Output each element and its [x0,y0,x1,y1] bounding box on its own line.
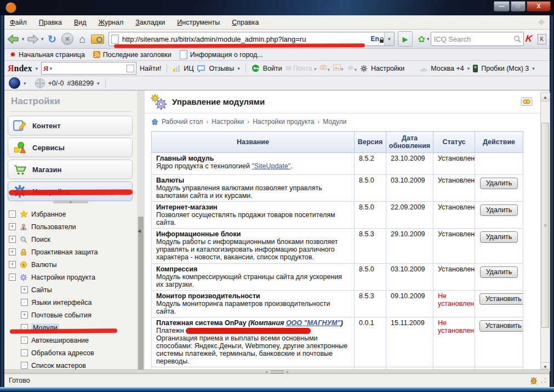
tree-item-label[interactable]: Языки интерфейса [31,299,92,306]
yandex-logo[interactable]: Яndex [8,64,32,73]
expand-toggle-icon[interactable]: · [21,337,28,344]
menu-item-4[interactable]: Закладки [135,19,165,26]
scroll-thumb[interactable]: ≡ [541,123,549,328]
counter-dropdown[interactable]: ▾ [97,81,100,86]
scroll-up-button[interactable]: ▲ [541,93,550,101]
breadcrumb-desktop[interactable]: Рабочий стол [162,118,203,126]
home-button[interactable]: ⌂ [76,32,89,46]
city-dropdown[interactable]: ▾ [467,66,470,71]
siteupdate-link[interactable]: "SiteUpdate" [252,162,290,170]
tree-item-label[interactable]: Избранное [31,211,66,218]
bookmark-start-page[interactable]: ✸ Начальная страница [10,50,85,59]
icq-flower-icon[interactable]: ✿ [418,34,425,44]
expand-toggle-icon[interactable]: · [9,211,16,218]
tree-item-label[interactable]: Почтовые события [31,311,92,319]
go-button[interactable]: ▶ [398,31,413,47]
tree-item-label[interactable]: Список мастеров [31,362,86,370]
citation-index-icon[interactable] [173,65,180,72]
yandex-settings-label[interactable]: Настройки [371,65,404,72]
breadcrumb-settings[interactable]: Настройки [212,118,244,126]
expand-toggle-icon[interactable]: · [21,362,28,369]
link-icon[interactable] [521,97,533,106]
expand-toggle-icon[interactable]: + [9,223,16,230]
tree-item-8[interactable]: +Почтовые события [4,309,129,321]
install-button[interactable]: Установить [479,293,523,305]
menu-item-5[interactable]: Инструменты [177,19,220,26]
bookmark-city-info[interactable]: Информация о город... [180,50,263,59]
traffic-dropdown[interactable]: ▾ [532,66,535,71]
tree-item-label[interactable]: Валюты [31,261,56,269]
expand-toggle-icon[interactable]: · [21,349,28,356]
url-text[interactable]: http://sitename.ru/bitrix/admin/module_a… [119,35,370,43]
back-button[interactable] [7,32,20,46]
delete-button[interactable]: Удалить [480,178,518,189]
tree-item-0[interactable]: ·Избранное [4,208,129,220]
tree-item-2[interactable]: +Поиск [4,233,129,246]
traffic-label[interactable]: Пробки (Мск) 3 [481,65,529,72]
bookmark-latest-headlines[interactable]: Последние заголовки [93,51,172,59]
close-button[interactable]: X [527,1,551,12]
expand-toggle-icon[interactable]: + [9,236,16,243]
reload-button[interactable]: ↻ [45,32,59,46]
tree-item-10[interactable]: ·Автокеширование [4,334,129,346]
service-icon[interactable] [9,77,20,89]
forward-dropdown[interactable]: ▾ [41,36,44,42]
yandex-find-button[interactable]: Найти! [140,65,161,72]
breadcrumb-product-settings[interactable]: Настройки продукта [253,118,314,126]
sidebar-splitter[interactable]: ◀ [137,90,145,374]
tree-item-3[interactable]: +Проактивная защита [4,246,129,258]
menu-item-2[interactable]: Вид [74,19,87,26]
expand-toggle-icon[interactable]: + [9,248,16,255]
expand-toggle-icon[interactable]: · [21,299,28,306]
tree-item-4[interactable]: +$Валюты [4,258,129,271]
expand-toggle-icon[interactable]: − [9,274,16,281]
tree-item-label[interactable]: Пользователи [31,223,76,231]
expand-toggle-icon[interactable]: + [9,261,16,268]
city-weather-label[interactable]: Москва +4 [431,65,464,72]
bug-icon[interactable] [530,377,538,384]
search-magnifier-icon[interactable] [513,35,521,43]
resize-grip[interactable] [541,378,546,383]
menu-item-3[interactable]: Журнал [99,19,124,26]
menu-item-1[interactable]: Правка [39,19,62,26]
sidebar-button-store[interactable]: Магазин [8,160,133,179]
install-button[interactable]: Установить [479,320,523,332]
menu-item-6[interactable]: Справка [232,19,259,26]
page-counter[interactable]: #368299 [67,79,94,87]
gear-icon[interactable] [360,65,368,72]
collapse-arrow-icon[interactable]: ◀ [138,229,141,234]
yandex-logo-dropdown[interactable]: ▾ [35,66,38,71]
tree-item-label[interactable]: Сайты [31,286,52,294]
tree-item-label[interactable]: Настройки продукта [31,274,95,281]
vertical-scrollbar[interactable]: ▲ ≡ ▼ [540,93,550,371]
stop-button[interactable]: ✕ [60,32,74,46]
tree-item-label[interactable]: Обработка адресов [31,349,94,357]
k-badge-icon[interactable]: K [538,34,546,44]
maximize-button[interactable]: □ [511,1,526,12]
tree-item-label[interactable]: Автокеширование [31,337,89,344]
tree-item-7[interactable]: ·Языки интерфейса [4,296,129,309]
keyring-button[interactable] [91,32,105,46]
login-key-icon[interactable] [252,64,260,72]
sidebar-collapse-handle[interactable]: ▲ [53,200,88,203]
sidebar-button-content[interactable]: Контент [8,116,133,135]
tree-item-6[interactable]: +Сайты [4,283,129,296]
back-dropdown[interactable]: ▾ [22,36,25,42]
icq-dropdown[interactable]: ▾ [427,36,430,42]
sidebar-button-services[interactable]: Сервисы [8,138,133,157]
tree-item-label[interactable]: Поиск [31,236,50,243]
tree-item-label[interactable]: Проактивная защита [31,248,98,256]
menu-item-0[interactable]: Файл [10,19,27,26]
service-dropdown[interactable]: ▾ [24,81,26,86]
minimize-button[interactable]: — [494,1,510,12]
url-history-dropdown[interactable]: ▾ [384,32,394,46]
forward-button[interactable] [26,32,39,46]
citation-index-label[interactable]: ИЦ [184,65,193,72]
delete-button[interactable]: Удалить [480,266,518,278]
reviews-label[interactable]: Отзывы [209,65,234,72]
login-label[interactable]: Войти [263,65,282,72]
reviews-dropdown[interactable]: ▾ [237,66,240,71]
delete-button[interactable]: Удалить [480,204,518,216]
company-link[interactable]: ООО "МАГНУМ" [286,319,341,327]
expand-toggle-icon[interactable]: + [21,311,28,319]
